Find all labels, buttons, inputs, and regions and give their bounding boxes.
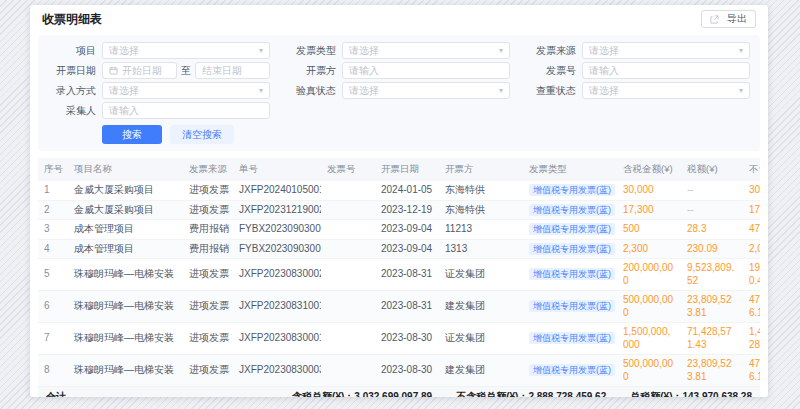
cell-source: 进项发票	[183, 181, 233, 200]
cell-date: 2023-08-30	[375, 323, 439, 355]
total-excl-tax: 不含税总额(¥)：2,888,728,459.62	[456, 390, 606, 397]
invoice-table: 序号 项目名称 发票来源 单号 发票号 开票日期 开票方 发票类型 含税金额(¥…	[38, 158, 760, 387]
invoice-source-select[interactable]: 请选择 ▾	[582, 42, 750, 59]
cell-date: 2024-01-05	[375, 181, 439, 200]
cell-tax: --	[681, 200, 743, 220]
cell-invoice-no	[321, 239, 375, 259]
chevron-down-icon: ▾	[259, 46, 263, 55]
cell-issuer: 东海特供	[439, 200, 523, 220]
invoice-type-tag: 增值税专用发票(蓝)	[529, 243, 615, 255]
cell-invoice-no	[321, 200, 375, 220]
cell-net: 471.7	[743, 220, 760, 240]
cell-amount: 200,000,000	[617, 259, 681, 291]
issuer-input[interactable]	[349, 65, 503, 76]
cell-date: 2023-08-31	[375, 259, 439, 291]
export-button[interactable]: 导出	[701, 10, 756, 28]
cell-tax: 9,523,809.52	[681, 259, 743, 291]
cell-project: 成本管理项目	[68, 239, 183, 259]
page-header: 收票明细表 导出	[30, 5, 768, 33]
cell-order-no: JXFP20231219002	[233, 200, 321, 220]
issuer-label: 开票方	[280, 64, 336, 78]
invoice-type-tag: 增值税专用发票(蓝)	[529, 184, 615, 196]
start-date-input[interactable]: 开始日期	[102, 62, 177, 79]
desktop-background: 收票明细表 导出 项目 请选择 ▾ 发票类型 请选择	[0, 0, 800, 409]
cell-amount: 2,300	[617, 239, 681, 259]
invoice-type-select[interactable]: 请选择 ▾	[342, 42, 510, 59]
cell-no: 2	[38, 200, 68, 220]
cell-tax: 23,809,523.81	[681, 291, 743, 323]
filter-field-verify-status: 验真状态 请选择 ▾	[280, 82, 510, 99]
filter-field-entry-method: 录入方式 请选择 ▾	[40, 82, 270, 99]
invoice-source-label: 发票来源	[520, 44, 576, 58]
cell-invoice-no	[321, 355, 375, 387]
cell-no: 4	[38, 239, 68, 259]
cell-date: 2023-08-30	[375, 355, 439, 387]
cell-source: 进项发票	[183, 355, 233, 387]
chevron-down-icon: ▾	[739, 46, 743, 55]
filter-panel: 项目 请选择 ▾ 发票类型 请选择 ▾ 发票来源 请选择	[38, 35, 760, 151]
col-net: 不含税金额(¥)	[743, 158, 760, 181]
collector-input[interactable]	[109, 105, 263, 116]
cell-tax: 71,428,571.43	[681, 323, 743, 355]
invoice-date-label: 开票日期	[40, 64, 96, 78]
invoice-no-input[interactable]	[589, 65, 743, 76]
search-button[interactable]: 搜索	[102, 125, 162, 144]
col-amount: 含税金额(¥)	[617, 158, 681, 181]
cell-no: 7	[38, 323, 68, 355]
clear-search-button[interactable]: 清空搜索	[170, 125, 234, 144]
cell-type: 增值税专用发票(蓝)	[523, 259, 617, 291]
col-tax: 税额(¥)	[681, 158, 743, 181]
cell-net: 1,428,571,428.57	[743, 323, 760, 355]
invoice-table-container: 序号 项目名称 发票来源 单号 发票号 开票日期 开票方 发票类型 含税金额(¥…	[38, 158, 760, 387]
cell-date: 2023-08-31	[375, 291, 439, 323]
dedup-status-label: 查重状态	[520, 84, 576, 98]
cell-source: 进项发票	[183, 259, 233, 291]
invoice-no-label: 发票号	[520, 64, 576, 78]
cell-order-no: JXFP20230831001	[233, 291, 321, 323]
cell-date: 2023-09-04	[375, 220, 439, 240]
export-icon	[710, 15, 719, 24]
filter-field-invoice-source: 发票来源 请选择 ▾	[520, 42, 750, 59]
cell-tax: 23,809,523.81	[681, 355, 743, 387]
cell-project: 金威大厦采购项目	[68, 181, 183, 200]
col-type: 发票类型	[523, 158, 617, 181]
cell-invoice-no	[321, 323, 375, 355]
cell-amount: 1,500,000,000	[617, 323, 681, 355]
page-title: 收票明细表	[42, 11, 102, 28]
cell-net: 476,190,476.19	[743, 355, 760, 387]
chevron-down-icon: ▾	[499, 46, 503, 55]
cell-type: 增值税专用发票(蓝)	[523, 323, 617, 355]
verify-status-select[interactable]: 请选择 ▾	[342, 82, 510, 99]
filter-actions: 搜索 清空搜索	[102, 125, 750, 144]
cell-source: 进项发票	[183, 291, 233, 323]
cell-order-no: JXFP20230830002	[233, 259, 321, 291]
table-row: 6珠穆朗玛峰—电梯安装进项发票JXFP202308310012023-08-31…	[38, 291, 760, 323]
cell-invoice-no	[321, 220, 375, 240]
end-date-input[interactable]: 结束日期	[195, 62, 270, 79]
entry-method-select[interactable]: 请选择 ▾	[102, 82, 270, 99]
totals-label: 合计	[46, 390, 66, 397]
table-header-row: 序号 项目名称 发票来源 单号 发票号 开票日期 开票方 发票类型 含税金额(¥…	[38, 158, 760, 181]
invoice-type-tag: 增值税专用发票(蓝)	[529, 332, 615, 344]
dedup-status-select[interactable]: 请选择 ▾	[582, 82, 750, 99]
cell-tax: 28.3	[681, 220, 743, 240]
cell-no: 6	[38, 291, 68, 323]
cell-amount: 500	[617, 220, 681, 240]
col-invoice-no: 发票号	[321, 158, 375, 181]
invoice-type-tag: 增值税专用发票(蓝)	[529, 223, 615, 235]
cell-order-no: JXFP20240105001	[233, 181, 321, 200]
cell-order-no: FYBX20230903003	[233, 220, 321, 240]
cell-type: 增值税专用发票(蓝)	[523, 181, 617, 200]
cell-net: 190,476,190.48	[743, 259, 760, 291]
cell-order-no: JXFP20230830003	[233, 355, 321, 387]
cell-tax: 230.09	[681, 239, 743, 259]
filter-field-invoice-type: 发票类型 请选择 ▾	[280, 42, 510, 59]
date-range-separator: 至	[181, 64, 191, 78]
cell-issuer: 东海特供	[439, 181, 523, 200]
cell-source: 费用报销	[183, 239, 233, 259]
calendar-icon	[109, 66, 118, 75]
project-select[interactable]: 请选择 ▾	[102, 42, 270, 59]
chevron-down-icon: ▾	[499, 86, 503, 95]
filter-field-dedup-status: 查重状态 请选择 ▾	[520, 82, 750, 99]
cell-net: 17,300	[743, 200, 760, 220]
